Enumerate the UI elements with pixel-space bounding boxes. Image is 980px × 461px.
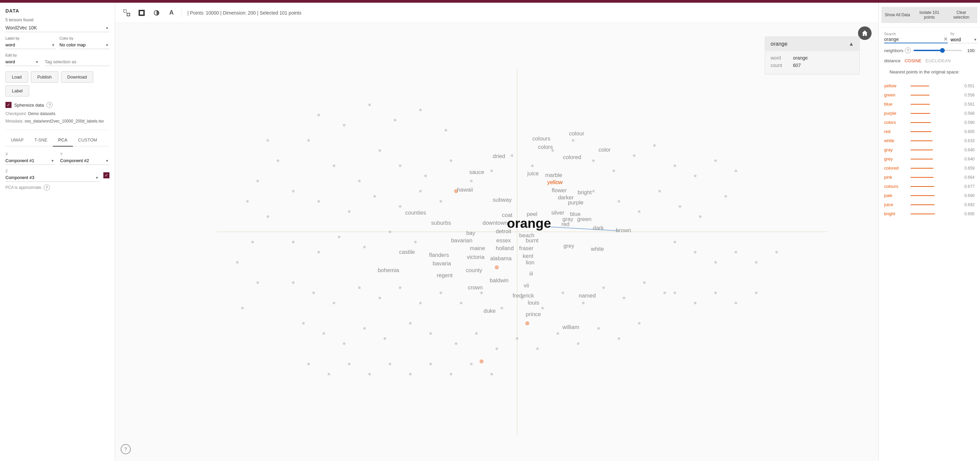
right-panel: Show All Data Isolate 101 points Clear s… <box>878 3 980 461</box>
svg-text:detroit: detroit <box>496 228 511 234</box>
tooltip-count-label: count <box>771 63 788 68</box>
slider-thumb[interactable] <box>940 48 945 53</box>
svg-text:purple: purple <box>568 200 584 206</box>
svg-point-52 <box>724 195 727 198</box>
nearest-score: 0.695 <box>961 212 975 216</box>
svg-point-121 <box>525 321 529 325</box>
tooltip-title: orange <box>771 41 788 47</box>
svg-point-81 <box>495 348 498 350</box>
tag-selection-input[interactable] <box>45 58 110 66</box>
nearest-item[interactable]: bright 0.695 <box>879 209 980 218</box>
sphereize-label: Sphereize data <box>14 103 44 108</box>
nearest-item[interactable]: blue 0.561 <box>879 100 980 109</box>
tab-pca[interactable]: PCA <box>53 134 73 147</box>
sphereize-help-icon[interactable]: ? <box>46 102 52 108</box>
label-toggle-icon[interactable]: A <box>165 7 178 19</box>
publish-button[interactable]: Publish <box>31 71 58 82</box>
edit-by-select[interactable]: word <box>5 58 39 66</box>
nearest-item[interactable]: purple 0.568 <box>879 109 980 118</box>
svg-point-117 <box>735 302 737 304</box>
svg-point-94 <box>409 373 412 376</box>
x-select[interactable]: Component #1 <box>5 157 55 165</box>
tensors-found-label: 5 tensors found <box>5 17 110 22</box>
nearest-item[interactable]: colours 0.677 <box>879 182 980 191</box>
svg-point-35 <box>653 144 656 147</box>
nearest-item[interactable]: green 0.558 <box>879 90 980 100</box>
neighbors-help-icon[interactable]: ? <box>905 48 911 54</box>
z-select[interactable]: Component #3 <box>5 174 99 182</box>
nearest-item[interactable]: colored 0.659 <box>879 163 980 173</box>
nearest-score: 0.640 <box>961 157 975 162</box>
isolate-points-button[interactable]: Isolate 101 points <box>913 7 945 23</box>
cosine-option[interactable]: COSINE <box>904 57 921 64</box>
nearest-item[interactable]: red 0.605 <box>879 127 980 136</box>
nearest-item[interactable]: white 0.633 <box>879 136 980 145</box>
by-select-wrapper: word ▾ <box>951 36 978 43</box>
nearest-item[interactable]: grey 0.640 <box>879 154 980 163</box>
by-label: by <box>951 32 978 36</box>
points-info: | Points: 10000 | Dimension: 200 | Selec… <box>188 10 301 16</box>
nearest-item[interactable]: juice 0.692 <box>879 200 980 209</box>
selection-rect-icon[interactable] <box>121 7 133 19</box>
nearest-bar-wrap: colors <box>884 120 961 125</box>
label-by-select[interactable]: word <box>5 41 56 49</box>
nearest-item[interactable]: pale 0.690 <box>879 191 980 200</box>
download-button[interactable]: Download <box>61 71 94 82</box>
nearest-word: white <box>884 138 908 143</box>
night-mode-icon[interactable] <box>150 7 163 19</box>
svg-point-70 <box>643 281 646 284</box>
sphereize-checkbox[interactable] <box>5 102 11 108</box>
svg-point-98 <box>490 373 493 376</box>
svg-point-87 <box>618 337 620 340</box>
load-button[interactable]: Load <box>5 71 28 82</box>
scatter-canvas[interactable]: colours colour color colors colored drie… <box>115 23 878 461</box>
top-bar <box>0 0 980 3</box>
euclidean-option[interactable]: EUCLIDEAN <box>926 57 951 64</box>
tab-umap[interactable]: UMAP <box>5 134 29 147</box>
nearest-item[interactable]: colors 0.590 <box>879 118 980 127</box>
selection-mask-icon[interactable] <box>135 7 148 19</box>
dataset-select[interactable]: Word2Vec 10K <box>5 24 110 32</box>
nearest-score: 0.551 <box>961 84 975 88</box>
tab-tsne[interactable]: T-SNE <box>29 134 53 147</box>
pca-help-icon[interactable]: ? <box>44 184 50 190</box>
tooltip-count-value: 607 <box>793 63 801 68</box>
neighbors-slider[interactable] <box>913 50 962 51</box>
search-input[interactable] <box>884 36 943 42</box>
y-select[interactable]: Component #2 <box>60 157 110 165</box>
svg-point-46 <box>592 190 595 193</box>
nearest-bar-wrap: grey <box>884 156 961 162</box>
svg-text:bay: bay <box>466 230 476 236</box>
svg-point-22 <box>374 195 376 198</box>
y-select-wrapper: Component #2 ▾ <box>60 157 110 165</box>
tooltip-word-value: orange <box>793 55 808 60</box>
svg-point-69 <box>623 296 625 299</box>
search-clear-icon[interactable]: ✕ <box>943 36 948 42</box>
search-row: Search ✕ by word ▾ <box>884 32 975 43</box>
svg-point-6 <box>318 114 320 116</box>
edit-by-label: Edit by <box>5 53 110 57</box>
svg-point-65 <box>541 307 544 309</box>
color-by-select[interactable]: No color map <box>60 41 110 49</box>
projection-tabs: UMAP T-SNE PCA CUSTOM <box>5 134 110 147</box>
label-button[interactable]: Label <box>5 85 29 97</box>
nearest-bar <box>910 150 933 150</box>
svg-point-79 <box>455 342 457 345</box>
tab-custom[interactable]: CUSTOM <box>73 134 103 147</box>
sidebar-divider <box>5 130 110 130</box>
z-checkbox[interactable] <box>103 172 110 178</box>
by-select[interactable]: word <box>951 36 968 43</box>
svg-point-106 <box>256 281 259 284</box>
clear-selection-button[interactable]: Clear selection <box>945 7 977 23</box>
nearest-item[interactable]: gray 0.640 <box>879 145 980 154</box>
svg-point-36 <box>674 165 676 167</box>
svg-point-47 <box>618 200 620 203</box>
help-button[interactable]: ? <box>121 444 131 454</box>
nearest-item[interactable]: yellow 0.551 <box>879 81 980 90</box>
svg-point-72 <box>302 322 305 325</box>
svg-point-55 <box>333 302 336 304</box>
tooltip-chevron-icon[interactable]: ▲ <box>848 41 854 47</box>
nearest-item[interactable]: pink 0.664 <box>879 173 980 182</box>
show-all-data-button[interactable]: Show All Data <box>881 7 913 23</box>
svg-point-13 <box>333 165 336 167</box>
